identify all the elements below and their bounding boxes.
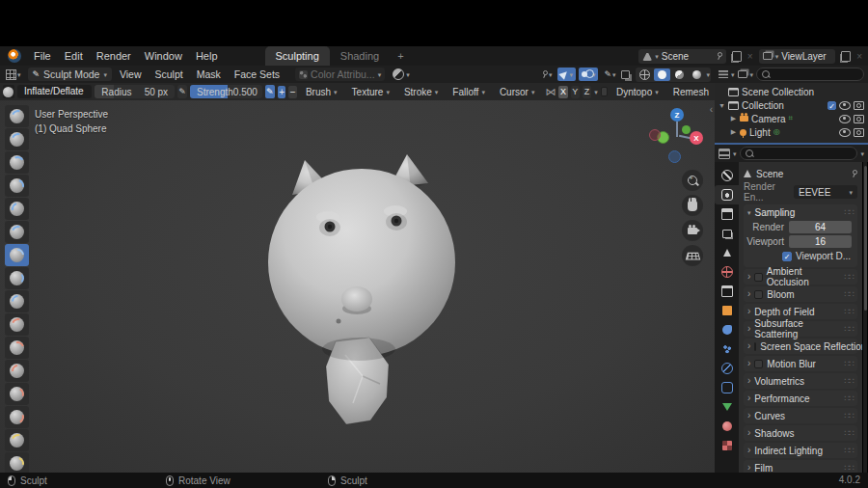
menu-edit[interactable]: Edit [58,46,90,66]
render-visibility-icon[interactable] [854,115,864,123]
brush-popover[interactable]: Brush▾ [300,87,343,97]
menu-face-sets[interactable]: Face Sets [229,68,285,80]
brush-draw-sharp-button[interactable] [5,128,29,150]
outliner-row-collection[interactable]: ▼ Collection ✓ [719,98,864,112]
ambient-occlusion-checkbox[interactable] [754,273,762,282]
sampling-panel-header[interactable]: ▾ Sampling ∷∷ [744,204,857,220]
tab-tool[interactable] [715,166,739,185]
strength-slider[interactable]: Strength 0.500 [190,85,262,98]
falloff-popover2[interactable]: Falloff▾ [447,87,491,97]
symmetry-z-toggle[interactable]: Z [583,86,591,98]
xray-icon[interactable] [621,70,630,79]
disclosure-right-icon[interactable]: ▶ [730,128,737,136]
pin-icon[interactable] [850,170,857,177]
render-samples-field[interactable]: 64 [789,221,852,233]
drag-grip-icon[interactable]: ∷∷ [845,463,854,473]
collection-checkbox[interactable]: ✓ [827,101,836,110]
shading-wireframe-button[interactable] [637,68,653,81]
brush-draw-face-sets-button[interactable] [5,452,29,473]
drag-grip-icon[interactable]: ∷∷ [845,393,854,403]
panel-volumetrics[interactable]: ›Volumetrics∷∷ [744,373,857,389]
properties-scrollbar[interactable] [863,162,867,473]
panel-subsurface-scattering[interactable]: ›Subsurface Scattering∷∷ [744,321,857,337]
sidebar-collapse-arrow[interactable]: ‹ [710,104,713,115]
brush-snake-hook-button[interactable] [5,360,29,382]
radius-pressure-toggle[interactable]: ✎ [177,85,187,98]
tab-shading[interactable]: Shading [330,46,390,66]
pan-button[interactable] [682,195,703,216]
drag-grip-icon[interactable]: ∷∷ [845,359,854,368]
tab-particles[interactable] [715,339,739,359]
editor-type-button[interactable]: ▾ [4,69,23,80]
brush-crease-button[interactable] [5,290,29,312]
drag-grip-icon[interactable]: ∷∷ [845,446,854,455]
new-viewlayer-icon[interactable] [841,51,851,62]
render-visibility-icon[interactable] [854,128,864,137]
brush-clay-strips-button[interactable] [5,175,29,197]
outliner-row-scene-collection[interactable]: Scene Collection [719,85,864,98]
tab-sculpting[interactable]: Sculpting [265,46,330,66]
panel-bloom[interactable]: ›Bloom∷∷ [744,286,857,302]
gizmos-toggle[interactable]: ▾ [557,68,576,81]
drag-grip-icon[interactable]: ∷∷ [845,324,854,334]
stroke-popover[interactable]: Stroke▾ [398,87,444,97]
axis-neg-x-ball[interactable] [649,129,661,141]
tab-scene[interactable] [715,243,739,262]
axis-neg-z-ball[interactable] [668,150,681,163]
sculpt-mesh-quad-sphere[interactable] [249,135,480,444]
navigation-gizmo[interactable]: Z X [649,108,705,164]
menu-render[interactable]: Render [90,46,138,66]
panel-curves[interactable]: ›Curves∷∷ [744,408,857,423]
blender-logo-icon[interactable] [8,49,21,63]
annotate-popover[interactable]: ✎ ▾ [601,68,618,81]
panel-performance[interactable]: ›Performance∷∷ [744,391,857,406]
motion-blur-checkbox[interactable] [754,360,763,368]
disclosure-down-icon[interactable]: ▼ [719,102,725,109]
brush-mask-button[interactable] [5,429,29,451]
menu-view[interactable]: View [114,68,148,80]
ssr-checkbox[interactable] [754,342,756,351]
axis-y2-ball[interactable] [682,125,691,134]
outliner-row-light[interactable]: ▶ Light ◎ [719,125,864,139]
brush-clay-button[interactable] [5,151,29,174]
drag-grip-icon[interactable]: ∷∷ [845,307,854,316]
tab-constraints[interactable] [715,378,739,397]
mode-selector[interactable]: ✎ Sculpt Mode ▾ [28,68,112,81]
brush-elastic-deform-button[interactable] [5,337,29,359]
tab-render[interactable] [715,185,739,204]
tab-texture[interactable] [715,436,739,455]
menu-help[interactable]: Help [189,46,225,66]
disclosure-right-icon[interactable]: ▶ [730,115,737,122]
dyntopo-popover[interactable]: Dyntopo▾ [610,87,665,97]
menu-sculpt[interactable]: Sculpt [149,68,189,80]
tab-object[interactable] [715,301,739,320]
dyntopo-checkbox[interactable] [601,87,608,96]
cursor-popover[interactable]: Cursor▾ [494,87,541,97]
radius-slider[interactable]: Radius 50 px [95,85,175,98]
render-visibility-icon[interactable] [854,101,864,110]
axis-x-ball[interactable]: X [690,131,703,145]
tab-object-data[interactable] [715,397,739,417]
eye-icon[interactable] [839,115,851,123]
texture-popover[interactable]: Texture▾ [346,87,395,97]
brush-layer-button[interactable] [5,221,29,243]
viewport-3d[interactable]: User Perspective (1) Quad Sphere ‹ Z X [0,100,715,473]
new-scene-icon[interactable] [732,51,742,62]
brush-draw-button[interactable] [5,105,29,127]
tab-output[interactable] [715,204,739,224]
panel-shadows[interactable]: ›Shadows∷∷ [744,425,857,441]
add-workspace-button[interactable]: + [390,46,411,66]
chevron-down-icon[interactable]: ▾ [860,150,864,157]
snap-toggle[interactable]: ▾ [537,68,556,81]
zoom-button[interactable] [682,170,703,191]
drag-grip-icon[interactable]: ∷∷ [845,411,854,420]
drag-grip-icon[interactable]: ∷∷ [845,272,854,282]
tab-world[interactable] [715,262,739,282]
active-tool-name[interactable]: Inflate/Deflate [17,85,92,98]
drag-grip-icon[interactable]: ∷∷ [845,428,854,438]
drag-grip-icon[interactable]: ∷∷ [845,207,854,217]
strength-pressure-toggle[interactable]: ✎ [265,85,275,98]
brush-blob-button[interactable] [5,267,29,289]
render-engine-select[interactable]: EEVEE ▾ [794,185,857,199]
tab-physics[interactable] [715,359,739,378]
